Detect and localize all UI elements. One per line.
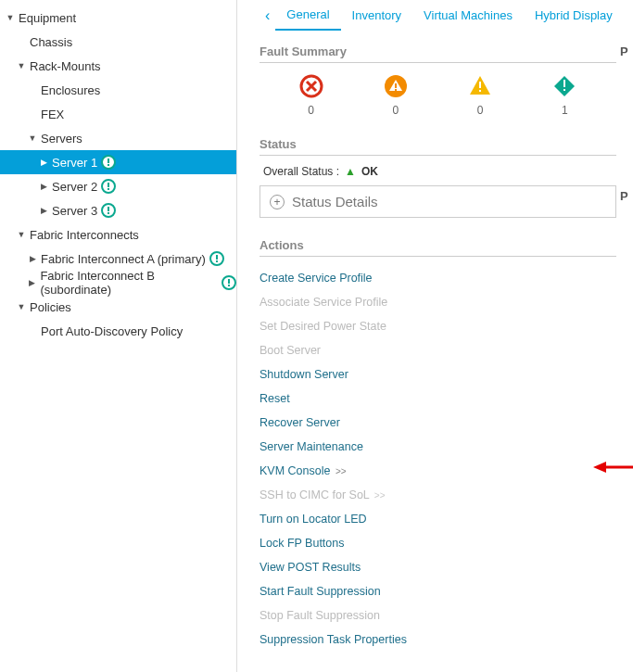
fault-minor-count: 0 <box>477 104 484 117</box>
navigation-tree: ▼ Equipment Chassis ▼ Rack-Mounts Enclos… <box>0 0 237 672</box>
tree-server-1[interactable]: ▶ Server 1 <box>0 150 236 174</box>
overall-status-label: Overall Status : <box>263 165 339 178</box>
action-set-power-state: Set Desired Power State <box>260 314 616 338</box>
tree-chassis[interactable]: Chassis <box>0 30 236 54</box>
tree-label: FEX <box>41 108 64 121</box>
svg-rect-1 <box>108 158 109 163</box>
main-panel: ‹ General Inventory Virtual Machines Hyb… <box>237 0 633 672</box>
tree-policies[interactable]: ▼ Policies <box>0 295 236 319</box>
overall-status-value: OK <box>361 165 378 178</box>
tab-virtual-machines[interactable]: Virtual Machines <box>412 1 524 30</box>
tab-hybrid-display[interactable]: Hybrid Display <box>524 1 624 30</box>
svg-rect-21 <box>395 89 397 91</box>
status-details-expander[interactable]: + Status Details <box>260 185 616 218</box>
svg-rect-8 <box>108 212 109 214</box>
fault-minor-icon <box>468 74 492 98</box>
chevron-down-icon: ▼ <box>17 230 26 239</box>
tab-installed[interactable]: Installed <box>624 1 633 30</box>
chevron-right-icon: ▶ <box>28 254 37 263</box>
tree-port-auto-discovery[interactable]: Port Auto-Discovery Policy <box>0 319 236 343</box>
action-create-service-profile[interactable]: Create Service Profile <box>260 266 616 290</box>
svg-rect-14 <box>228 285 230 286</box>
action-shutdown-server[interactable]: Shutdown Server <box>260 362 616 387</box>
expand-icon: + <box>270 195 285 209</box>
action-view-post[interactable]: View POST Results <box>260 555 616 579</box>
tree-enclosures[interactable]: Enclosures <box>0 78 236 102</box>
chevron-right-icon: ▶ <box>28 278 36 287</box>
fault-critical[interactable]: 0 <box>284 74 339 117</box>
tree-fi-b[interactable]: ▶ Fabric Interconnect B (subordinate) <box>0 271 236 295</box>
action-locator-led[interactable]: Turn on Locator LED <box>260 507 616 531</box>
fault-summary-row: 0 0 0 1 <box>260 63 616 117</box>
status-details-label: Status Details <box>292 194 378 209</box>
tree-fabric-interconnects[interactable]: ▼ Fabric Interconnects <box>0 222 236 247</box>
cutoff-text: P <box>620 44 633 58</box>
tree-label: Servers <box>41 132 82 146</box>
tab-general[interactable]: General <box>275 0 340 31</box>
tree-label: Fabric Interconnects <box>30 228 139 242</box>
tree-label: Fabric Interconnect B (subordinate) <box>40 269 218 297</box>
svg-rect-20 <box>395 83 397 88</box>
tree-server-3[interactable]: ▶ Server 3 <box>0 198 236 222</box>
tree-label: Enclosures <box>41 83 100 97</box>
tree-label: Server 2 <box>52 180 97 194</box>
fault-minor[interactable]: 0 <box>452 74 508 117</box>
overall-status: Overall Status : ▲ OK <box>260 165 616 178</box>
tree-label: Fabric Interconnect A (primary) <box>41 252 206 266</box>
tab-inventory[interactable]: Inventory <box>341 1 412 30</box>
svg-rect-11 <box>216 260 218 262</box>
actions-list: Create Service Profile Associate Service… <box>260 266 616 652</box>
svg-rect-5 <box>108 188 109 190</box>
svg-rect-13 <box>228 279 230 284</box>
tree-fi-a[interactable]: ▶ Fabric Interconnect A (primary) <box>0 247 236 271</box>
tree-label: Rack-Mounts <box>30 59 101 73</box>
action-suppression-properties[interactable]: Suppression Task Properties <box>260 628 616 652</box>
chevron-right-icon: ▶ <box>39 206 48 215</box>
fault-warning-count: 1 <box>562 104 568 117</box>
svg-rect-24 <box>479 90 481 92</box>
chevron-right-icon: ▶ <box>39 182 48 191</box>
chevron-right-icon: >> <box>335 466 347 476</box>
cutoff-text: P <box>620 189 633 203</box>
action-start-suppression[interactable]: Start Fault Suppression <box>260 579 616 603</box>
status-ok-icon <box>101 203 116 218</box>
fault-warning[interactable]: 1 <box>537 74 592 117</box>
tree-label: Equipment <box>19 11 76 25</box>
fault-critical-count: 0 <box>308 104 314 117</box>
action-kvm-console[interactable]: KVM Console >> <box>260 459 616 483</box>
fault-critical-icon <box>299 74 323 98</box>
tree-label: Chassis <box>30 35 72 49</box>
chevron-down-icon: ▼ <box>6 13 15 22</box>
tree-label: Policies <box>30 300 71 314</box>
fault-summary-title: Fault Summary <box>260 44 616 58</box>
fault-major-count: 0 <box>393 104 399 117</box>
fault-major[interactable]: 0 <box>368 74 424 117</box>
status-ok-icon <box>222 275 236 290</box>
tree-rack-mounts[interactable]: ▼ Rack-Mounts <box>0 54 236 78</box>
tree-label: Port Auto-Discovery Policy <box>41 324 183 338</box>
svg-marker-29 <box>593 462 606 473</box>
tabs-bar: ‹ General Inventory Virtual Machines Hyb… <box>260 0 616 32</box>
divider <box>260 256 616 257</box>
svg-rect-2 <box>108 164 109 166</box>
tab-back-icon[interactable]: ‹ <box>260 7 275 24</box>
tree-server-2[interactable]: ▶ Server 2 <box>0 174 236 198</box>
actions-title: Actions <box>260 238 616 252</box>
action-server-maintenance[interactable]: Server Maintenance <box>260 435 616 459</box>
tree-servers[interactable]: ▼ Servers <box>0 126 236 150</box>
action-recover-server[interactable]: Recover Server <box>260 411 616 435</box>
svg-rect-10 <box>216 255 218 260</box>
svg-rect-4 <box>108 183 109 187</box>
status-ok-icon <box>209 251 224 266</box>
tree-fex[interactable]: FEX <box>0 102 236 126</box>
chevron-right-icon: >> <box>374 490 386 501</box>
action-associate-service-profile: Associate Service Profile <box>260 290 616 314</box>
svg-rect-26 <box>563 80 565 87</box>
tree-equipment[interactable]: ▼ Equipment <box>0 6 236 30</box>
action-lock-fp[interactable]: Lock FP Buttons <box>260 531 616 555</box>
fault-major-icon <box>384 74 408 98</box>
status-up-arrow-icon: ▲ <box>345 165 356 178</box>
fault-warning-icon <box>552 74 576 98</box>
action-reset[interactable]: Reset <box>260 387 616 411</box>
status-title: Status <box>260 137 616 151</box>
